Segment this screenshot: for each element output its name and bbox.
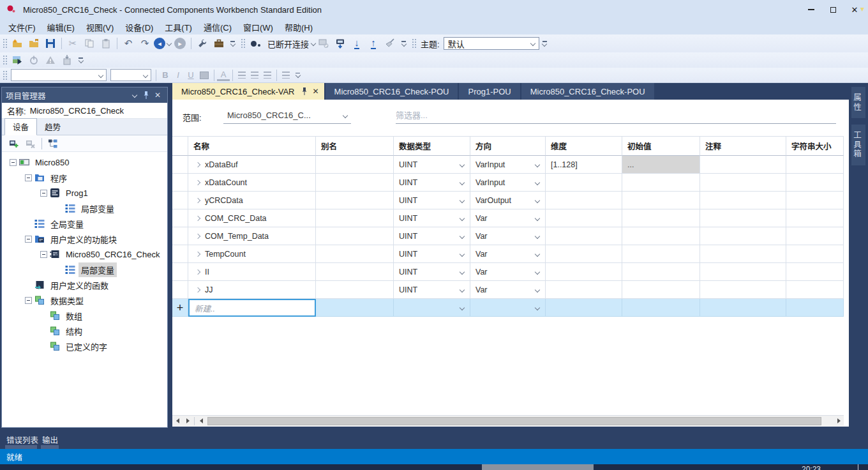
- toolbar-overflow-button[interactable]: [542, 41, 547, 46]
- scrollbar-thumb[interactable]: [207, 417, 821, 425]
- row-expander-icon[interactable]: [195, 287, 200, 292]
- copy-button[interactable]: [82, 36, 97, 51]
- tab-properties[interactable]: 属性: [851, 87, 865, 118]
- var-datatype-cell[interactable]: UINT: [394, 209, 470, 227]
- var-datatype-cell[interactable]: UINT: [394, 227, 470, 245]
- paste-button[interactable]: [98, 36, 114, 51]
- remove-device-button[interactable]: [23, 136, 38, 151]
- var-name-cell[interactable]: xDataCount: [188, 174, 316, 192]
- menu-view[interactable]: 视图(V): [80, 20, 119, 34]
- var-comment-cell[interactable]: [700, 299, 786, 317]
- tab-list-dropdown-icon[interactable]: ▾: [860, 4, 864, 13]
- horizontal-scrollbar[interactable]: [172, 415, 844, 426]
- row-header[interactable]: [172, 281, 188, 299]
- chevron-down-icon[interactable]: [535, 305, 540, 310]
- var-dimension-cell[interactable]: [546, 192, 622, 209]
- font-size-select[interactable]: [110, 69, 151, 81]
- add-row-button[interactable]: +: [172, 299, 188, 317]
- chevron-down-icon[interactable]: [535, 198, 540, 203]
- expand-tree-button[interactable]: [45, 136, 61, 151]
- row-expander-icon[interactable]: [195, 179, 200, 185]
- row-expander-icon[interactable]: [195, 251, 200, 256]
- minimize-button[interactable]: [800, 1, 822, 18]
- var-comment-cell[interactable]: [700, 174, 786, 192]
- var-datatype-cell[interactable]: UINT: [394, 245, 470, 263]
- menu-edit[interactable]: 编辑(E): [41, 20, 80, 34]
- save-button[interactable]: [43, 36, 58, 51]
- var-comment-cell[interactable]: [700, 245, 786, 263]
- var-initial-cell[interactable]: [622, 245, 700, 263]
- step-button[interactable]: [59, 52, 75, 68]
- var-name-cell[interactable]: TempCount: [188, 245, 316, 263]
- redo-button[interactable]: ↷: [137, 36, 153, 51]
- power-button[interactable]: [26, 52, 41, 68]
- toolbar-grip[interactable]: [2, 70, 7, 81]
- var-initial-cell[interactable]: [622, 192, 700, 209]
- taskbar-app-button[interactable]: [482, 464, 594, 470]
- clean-button[interactable]: [382, 36, 398, 51]
- col-initial[interactable]: 初始值: [622, 137, 700, 156]
- pin-button[interactable]: [140, 91, 152, 100]
- var-datatype-cell[interactable]: UINT: [394, 281, 470, 299]
- tree-item-local-variables-selected[interactable]: 局部变量: [2, 262, 167, 277]
- row-expander-icon[interactable]: [195, 197, 200, 202]
- col-comment[interactable]: 注释: [700, 137, 786, 156]
- scroll-first-button[interactable]: [172, 416, 183, 427]
- download-button[interactable]: ↓: [349, 36, 364, 51]
- var-stringsize-cell[interactable]: [786, 263, 844, 281]
- toolbar-overflow-button[interactable]: [79, 57, 83, 63]
- device-download-button[interactable]: [333, 36, 348, 51]
- chevron-down-icon[interactable]: [460, 252, 465, 257]
- var-direction-cell[interactable]: Var: [470, 281, 546, 299]
- undo-button[interactable]: ↶: [121, 36, 136, 51]
- align-left-button[interactable]: [238, 72, 246, 79]
- tree-item-udf[interactable]: 用户定义的函数: [2, 277, 167, 292]
- var-initial-cell[interactable]: [622, 227, 700, 245]
- chevron-down-icon[interactable]: [535, 180, 540, 185]
- build-button[interactable]: [195, 36, 210, 51]
- var-dimension-cell[interactable]: [546, 299, 622, 317]
- chevron-down-icon[interactable]: [535, 252, 540, 257]
- open-project-button[interactable]: [26, 36, 41, 51]
- bold-button[interactable]: B: [159, 70, 172, 80]
- scroll-next-button[interactable]: [183, 416, 193, 427]
- chevron-down-icon[interactable]: [535, 216, 540, 221]
- row-header[interactable]: [172, 174, 188, 192]
- tab-crc16-pou-2[interactable]: Micro850_CRC16_Check-POU: [521, 83, 654, 100]
- var-datatype-cell[interactable]: [394, 299, 470, 317]
- toolbar-grip[interactable]: [240, 38, 245, 49]
- var-alias-cell[interactable]: [316, 299, 394, 317]
- var-dimension-cell[interactable]: [546, 227, 622, 245]
- tree-item-crc16-check[interactable]: Micro850_CRC16_Check: [2, 246, 167, 262]
- chevron-down-icon[interactable]: [535, 234, 540, 239]
- var-initial-cell[interactable]: [622, 174, 700, 192]
- collapse-icon[interactable]: [40, 251, 47, 258]
- var-alias-cell[interactable]: [316, 227, 394, 245]
- tab-toolbox[interactable]: 工具箱: [851, 125, 865, 165]
- device-config-button[interactable]: [316, 36, 331, 51]
- tree-item-udfb-folder[interactable]: 用户定义的功能块: [2, 231, 167, 246]
- var-stringsize-cell[interactable]: [786, 299, 844, 317]
- menu-communications[interactable]: 通信(C): [198, 20, 237, 34]
- row-expander-icon[interactable]: [195, 162, 200, 167]
- row-header[interactable]: [172, 192, 188, 209]
- tree-item-micro850[interactable]: Micro850: [2, 155, 167, 170]
- chevron-down-icon[interactable]: [460, 287, 465, 292]
- connection-dropdown-icon[interactable]: [311, 41, 316, 46]
- font-family-select[interactable]: [11, 69, 107, 81]
- row-header[interactable]: [172, 263, 188, 281]
- var-direction-cell[interactable]: [470, 299, 546, 317]
- var-alias-cell[interactable]: [316, 245, 394, 263]
- var-dimension-cell[interactable]: [546, 209, 622, 227]
- diagnostics-button[interactable]: [43, 52, 58, 68]
- var-alias-cell[interactable]: [316, 263, 394, 281]
- collapse-icon[interactable]: [40, 190, 47, 197]
- col-dimension[interactable]: 维度: [546, 137, 622, 156]
- tab-crc16-pou[interactable]: Micro850_CRC16_Check-POU: [326, 83, 458, 100]
- var-dimension-cell[interactable]: [546, 281, 622, 299]
- tree-item-data-types[interactable]: 数据类型: [2, 292, 167, 308]
- var-name-cell[interactable]: JJ: [188, 281, 316, 299]
- tab-trends[interactable]: 趋势: [37, 119, 68, 135]
- chevron-down-icon[interactable]: [460, 305, 465, 310]
- row-expander-icon[interactable]: [195, 215, 200, 220]
